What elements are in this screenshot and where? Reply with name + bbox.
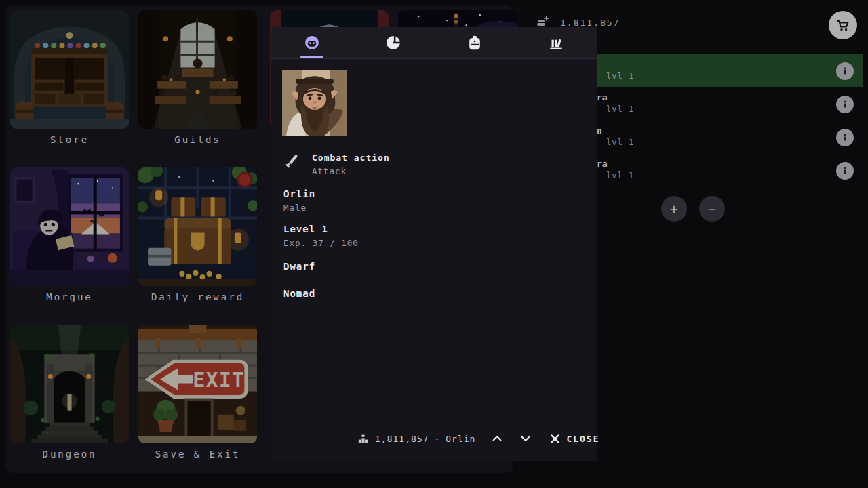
info-icon: [840, 166, 850, 176]
active-tab-underline: [300, 56, 323, 58]
morgue-tile-art: [10, 167, 129, 286]
character-level: Level 1: [283, 224, 359, 235]
score-group: 1,811,857 · Orlin: [358, 434, 475, 444]
character-race: Dwarf: [283, 261, 315, 272]
combat-action-row: Combat action Attack: [285, 152, 390, 176]
footer-separator: ·: [434, 434, 440, 444]
chevron-up-icon: [490, 432, 504, 445]
character-exp: Exp. 37 / 100: [283, 238, 359, 248]
tile-morgue[interactable]: Morgue: [10, 167, 129, 302]
tab-library[interactable]: [515, 27, 597, 58]
plus-button[interactable]: +: [661, 196, 687, 222]
save-exit-tile-art: EXIT: [138, 325, 257, 443]
close-icon: [550, 434, 560, 444]
leaderboard-icon: [358, 434, 368, 444]
tile-save-exit[interactable]: EXIT Save & Exit: [138, 325, 257, 460]
tile-label-daily-reward: Daily reward: [138, 291, 257, 302]
tab-character[interactable]: [271, 27, 353, 58]
tile-label-morgue: Morgue: [10, 291, 129, 302]
tab-inventory[interactable]: [434, 27, 515, 58]
info-icon: [840, 66, 850, 76]
character-class: Nomad: [283, 288, 315, 299]
tile-label-dungeon: Dungeon: [10, 449, 129, 460]
previous-character-button[interactable]: [490, 430, 504, 447]
character-gender: Male: [283, 203, 315, 213]
character-name-block: Orlin Male: [283, 188, 315, 213]
tile-label-guilds: Guilds: [138, 134, 257, 145]
tile-guilds[interactable]: Guilds: [138, 10, 257, 145]
info-button[interactable]: [836, 129, 854, 146]
party-size-stepper: + −: [661, 196, 725, 222]
chevron-down-icon: [519, 432, 532, 445]
roster-level: lvl 1: [606, 138, 634, 147]
modal-footer: 1,811,857 · Orlin CLOSE: [271, 428, 597, 449]
library-icon: [547, 34, 565, 52]
character-race-block: Dwarf: [283, 261, 315, 272]
roster-level: lvl 1: [606, 71, 634, 81]
character-class-block: Nomad: [283, 288, 315, 299]
character-modal: Combat action Attack Orlin Male Level 1 …: [271, 27, 597, 461]
info-button[interactable]: [836, 62, 854, 80]
store-tile-art: [10, 10, 129, 129]
tile-dungeon[interactable]: Dungeon: [10, 325, 129, 460]
tab-stats[interactable]: [353, 27, 434, 58]
footer-character-name: Orlin: [446, 434, 475, 444]
info-button[interactable]: [836, 96, 854, 113]
character-name: Orlin: [283, 188, 315, 199]
exit-sign-text: EXIT: [193, 368, 245, 392]
daily-reward-tile-art: [138, 167, 257, 286]
combat-action-title: Combat action: [312, 152, 390, 163]
tile-daily-reward[interactable]: Daily reward: [138, 167, 257, 302]
info-icon: [840, 133, 850, 142]
cart-button[interactable]: [829, 11, 857, 39]
cart-icon: [835, 17, 851, 33]
roster-name: ra: [597, 92, 608, 102]
info-button[interactable]: [836, 162, 854, 180]
next-character-button[interactable]: [519, 430, 532, 447]
minus-button[interactable]: −: [699, 196, 725, 222]
balance-value: 1.811.857: [560, 18, 620, 28]
pie-chart-icon: [384, 34, 402, 52]
dungeon-tile-art: [10, 325, 129, 443]
character-portrait: [282, 70, 347, 136]
close-button[interactable]: CLOSE: [550, 434, 599, 444]
close-label: CLOSE: [566, 434, 599, 444]
tile-store[interactable]: Store: [10, 10, 129, 145]
combat-action-value: Attack: [312, 166, 390, 176]
roster-name: ra: [597, 159, 608, 169]
tile-label-save-exit: Save & Exit: [138, 449, 257, 460]
sword-icon: [285, 152, 301, 169]
roster-level: lvl 1: [606, 104, 634, 114]
footer-score: 1,811,857: [375, 434, 429, 444]
game-screen: Store: [0, 0, 868, 488]
backpack-icon: [466, 34, 484, 52]
roster-level: lvl 1: [606, 171, 634, 180]
guilds-tile-art: [138, 10, 257, 129]
character-level-block: Level 1 Exp. 37 / 100: [283, 224, 359, 248]
face-icon: [303, 34, 321, 52]
modal-tabbar: [271, 27, 597, 59]
roster-name: n: [597, 125, 602, 136]
info-icon: [840, 100, 850, 109]
tile-label-store: Store: [10, 134, 129, 145]
